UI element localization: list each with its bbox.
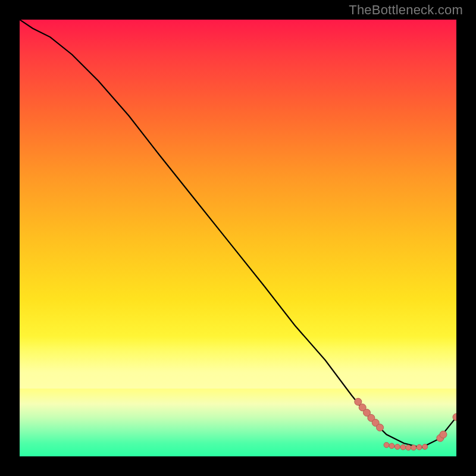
watermark-text: TheBottleneck.com: [349, 2, 463, 18]
chart-stage: TheBottleneck.com: [0, 0, 476, 476]
gradient-base: [20, 20, 456, 456]
plot-area: [20, 20, 456, 456]
gradient-yellow-band: [20, 336, 456, 389]
background-gradient: [20, 20, 456, 456]
